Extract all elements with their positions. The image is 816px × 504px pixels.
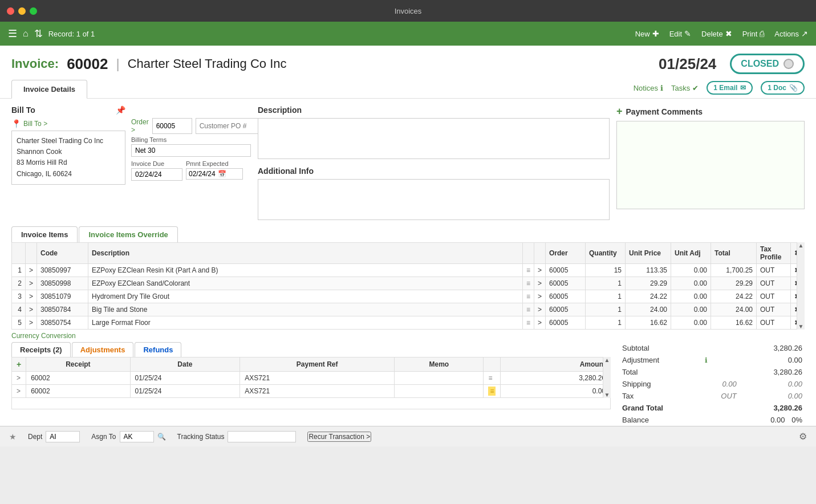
home-icon[interactable]: ⌂ (23, 29, 29, 39)
tab-invoice-items[interactable]: Invoice Items (11, 226, 78, 242)
print-button[interactable]: Print ⎙ (742, 29, 765, 38)
menu-icon[interactable]: ☰ (8, 27, 17, 40)
dept-input[interactable] (46, 431, 80, 442)
item-expand-arrow[interactable]: > (26, 264, 37, 277)
item-quantity: 1 (586, 290, 626, 303)
add-receipt-icon[interactable]: + (17, 360, 21, 369)
order-input[interactable] (152, 118, 192, 134)
item-order-arrow[interactable]: > (534, 290, 545, 303)
doc-badge[interactable]: 1 Doc 📎 (761, 81, 805, 95)
tabs-row: Invoice Details Notices ℹ Tasks ✔ 1 Emai… (11, 80, 805, 98)
bill-to-order-group: Bill To 📌 📍 Bill To > Charter Steel Trad… (11, 105, 251, 222)
new-button[interactable]: New ✚ (635, 29, 659, 38)
gear-icon[interactable]: ⚙ (799, 431, 807, 442)
delete-button[interactable]: Delete ✖ (701, 29, 732, 38)
recur-transaction-button[interactable]: Recur Transaction > (307, 432, 371, 442)
add-comment-icon[interactable]: + (616, 105, 623, 117)
pmnt-expected-label: Pmnt Expected (186, 160, 243, 167)
item-menu-icon[interactable]: ≡ (522, 316, 534, 330)
notices-button[interactable]: Notices ℹ (634, 84, 663, 92)
col-header-desc: Description (88, 243, 523, 264)
additional-info-textarea[interactable] (258, 179, 610, 220)
list-icon[interactable]: ≡ (488, 374, 492, 382)
item-order-arrow[interactable]: > (534, 316, 545, 330)
toolbar: ☰ ⌂ ⇅ Record: 1 of 1 New ✚ Edit ✎ Delete… (0, 22, 816, 46)
table-row: 5 > 30850754 Large Format Floor ≡ > 6000… (12, 316, 805, 330)
item-menu-icon[interactable]: ≡ (522, 303, 534, 316)
currency-conversion-link[interactable]: Currency Conversion (11, 330, 805, 342)
receipts-scroll-down[interactable]: ▼ (604, 392, 610, 398)
list-yellow-icon[interactable]: ≡ (488, 387, 496, 396)
item-code[interactable]: 30850784 (37, 303, 88, 316)
item-order: 60005 (546, 264, 586, 277)
item-expand-arrow[interactable]: > (26, 277, 37, 290)
invoice-due-input[interactable] (131, 168, 182, 181)
close-button[interactable] (7, 7, 14, 15)
receipt-payment-ref: AXS721 (240, 372, 395, 385)
search-icon[interactable]: 🔍 (157, 433, 166, 441)
asgn-to-input[interactable] (120, 431, 154, 442)
billing-terms-input[interactable] (131, 144, 251, 157)
adjustment-info-icon[interactable]: ℹ (705, 356, 708, 364)
tax-label: Tax (620, 390, 703, 402)
dept-field: Dept (28, 431, 80, 442)
scroll-down-icon[interactable]: ▼ (798, 323, 804, 330)
tab-refunds[interactable]: Refunds (135, 342, 181, 357)
receipt-number[interactable]: 60002 (26, 385, 130, 398)
tab-invoice-details[interactable]: Invoice Details (11, 80, 87, 99)
pin-icon[interactable]: 📌 (116, 105, 125, 115)
balance-value: 0.00 0% (739, 414, 805, 426)
item-unit-adj: 0.00 (671, 316, 711, 330)
item-expand-arrow[interactable]: > (26, 303, 37, 316)
address-line1: Charter Steel Trading Co Inc (17, 136, 120, 147)
tracking-input[interactable] (228, 431, 296, 442)
item-code[interactable]: 30850997 (37, 264, 88, 277)
favorite-icon[interactable]: ★ (9, 432, 17, 441)
item-order-arrow[interactable]: > (534, 264, 545, 277)
bill-to-label[interactable]: Bill To > (23, 120, 47, 128)
item-code[interactable]: 30850754 (37, 316, 88, 330)
date-row: Invoice Due Pmnt Expected 02/24/24 📅 (131, 160, 251, 181)
item-unit-adj: 0.00 (671, 277, 711, 290)
scroll-up-icon[interactable]: ▲ (798, 242, 804, 249)
nav-arrows-icon[interactable]: ⇅ (34, 27, 43, 40)
item-order-arrow[interactable]: > (534, 303, 545, 316)
tab-receipts[interactable]: Receipts (2) (11, 342, 71, 357)
col-amount: Amount (501, 357, 611, 372)
pmnt-expected-col: Pmnt Expected 02/24/24 📅 (186, 160, 243, 181)
item-expand-arrow[interactable]: > (26, 316, 37, 330)
order-label[interactable]: Order > (131, 118, 149, 134)
receipts-scroll-up[interactable]: ▲ (604, 357, 610, 363)
item-code[interactable]: 30851079 (37, 290, 88, 303)
invoice-due-col: Invoice Due (131, 160, 182, 181)
checkmark-icon: ✔ (692, 84, 699, 92)
item-expand-arrow[interactable]: > (26, 290, 37, 303)
item-menu-icon[interactable]: ≡ (522, 290, 534, 303)
maximize-button[interactable] (30, 7, 37, 15)
calendar-icon[interactable]: 📅 (218, 170, 226, 178)
footer: ★ Dept Asgn To 🔍 Tracking Status Recur T… (0, 426, 816, 446)
item-num: 4 (12, 303, 26, 316)
shipping-value1: 0.00 (703, 378, 739, 390)
item-menu-icon[interactable]: ≡ (522, 277, 534, 290)
item-code[interactable]: 30850998 (37, 277, 88, 290)
description-textarea[interactable] (258, 118, 610, 159)
edit-button[interactable]: Edit ✎ (669, 29, 691, 38)
minimize-button[interactable] (18, 7, 26, 15)
item-order: 60005 (546, 277, 586, 290)
item-order-arrow[interactable]: > (534, 277, 545, 290)
item-quantity: 15 (586, 264, 626, 277)
email-count: 1 Email (713, 84, 737, 92)
actions-button[interactable]: Actions ↗ (774, 29, 808, 38)
tab-adjustments[interactable]: Adjustments (72, 342, 134, 357)
status-toggle[interactable] (783, 59, 794, 69)
email-badge[interactable]: 1 Email ✉ (707, 81, 753, 95)
item-quantity: 1 (586, 277, 626, 290)
tasks-button[interactable]: Tasks ✔ (671, 84, 699, 92)
item-menu-icon[interactable]: ≡ (522, 264, 534, 277)
total-value: 3,280.26 (739, 366, 805, 378)
payment-comments-header: + Payment Comments (616, 105, 805, 117)
header-area: Invoice: 60002 | Charter Steel Trading C… (0, 46, 816, 99)
tab-invoice-items-override[interactable]: Invoice Items Override (79, 226, 177, 242)
receipt-number[interactable]: 60002 (26, 372, 130, 385)
